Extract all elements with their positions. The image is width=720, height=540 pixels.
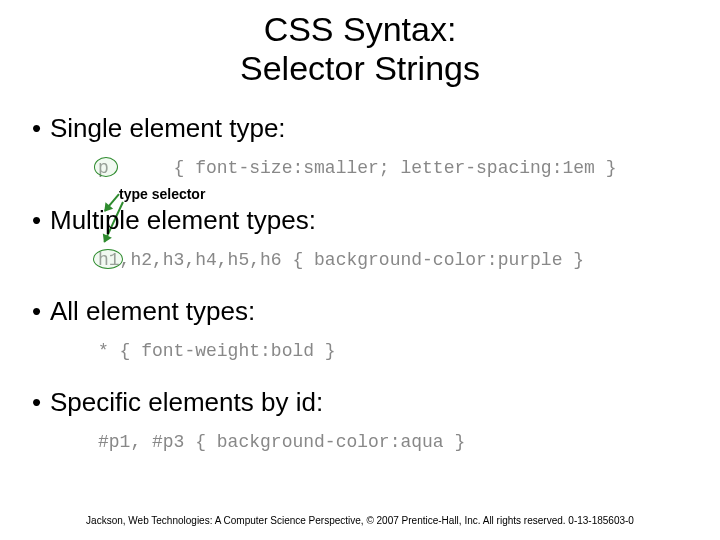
highlight-ellipse-p — [94, 157, 118, 177]
code-single-element: p { font-size:smaller; letter-spacing:1e… — [98, 158, 616, 178]
bullet-multiple-elements: •Multiple element types: — [32, 205, 316, 236]
bullet-by-id: •Specific elements by id: — [32, 387, 323, 418]
bullet-text: Single element type: — [50, 113, 286, 143]
bullet-text: All element types: — [50, 296, 255, 326]
bullet-dot: • — [32, 387, 50, 418]
footer-citation: Jackson, Web Technologies: A Computer Sc… — [0, 515, 720, 526]
highlight-ellipse-h1 — [93, 249, 123, 269]
title-line-1: CSS Syntax: — [264, 10, 457, 48]
title-line-2: Selector Strings — [240, 49, 480, 87]
code-by-id: #p1, #p3 { background-color:aqua } — [98, 432, 465, 452]
slide: CSS Syntax: Selector Strings •Single ele… — [0, 0, 720, 540]
code-multiple-elements: h1,h2,h3,h4,h5,h6 { background-color:pur… — [98, 250, 584, 270]
annotation-type-selector: type selector — [119, 186, 205, 202]
bullet-single-element: •Single element type: — [32, 113, 286, 144]
slide-title: CSS Syntax: Selector Strings — [0, 10, 720, 88]
bullet-text: Multiple element types: — [50, 205, 316, 235]
code-all-elements: * { font-weight:bold } — [98, 341, 336, 361]
bullet-text: Specific elements by id: — [50, 387, 323, 417]
bullet-dot: • — [32, 205, 50, 236]
bullet-all-elements: •All element types: — [32, 296, 255, 327]
bullet-dot: • — [32, 296, 50, 327]
bullet-dot: • — [32, 113, 50, 144]
